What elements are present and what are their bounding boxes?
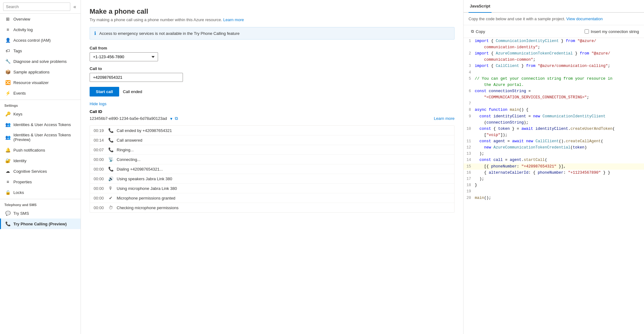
line-number [464,57,475,57]
line-number: 14 [464,157,475,163]
sidebar-item-events[interactable]: ⚡ Events [0,88,81,98]
log-message: Using microphone Jabra Link 380 [117,186,450,191]
log-time: 00:00 [94,196,105,200]
sidebar-item-resource-viz[interactable]: 🔀 Resource visualizer [0,77,81,88]
code-line-8: 8 async function main() { [464,107,644,113]
learn-more-link[interactable]: Learn more [223,17,244,22]
log-row: 00:14 📞 Call answered [90,135,454,145]
line-number: 6 [464,88,475,94]
log-icon: 📞 [108,147,114,152]
sidebar-item-identities-preview[interactable]: 👥 Identities & User Access Tokens (Previ… [0,130,81,145]
sidebar-item-label: Sample applications [13,70,49,74]
cognitive-icon: ☁ [5,169,10,174]
log-icon: 🎙 [108,186,114,191]
sample-apps-icon: 📦 [5,69,10,74]
log-icon: 📞 [108,138,114,143]
copy-button[interactable]: ⧉ Copy [469,28,488,35]
sidebar-nav: ⊞ Overview ≡ Activity log 👤 Access contr… [0,14,81,334]
call-id-row: 123456b7-e890-1234-ba5e-6d78a90123ad ▾ ⧉… [90,115,455,122]
code-line-2b: communication-common"; [464,57,644,63]
line-number: 9 [464,113,475,120]
sidebar-item-identity[interactable]: 🔐 Identity [0,155,81,166]
sidebar-item-activity-log[interactable]: ≡ Activity log [0,24,81,35]
code-line-5: 5 // You can get your connection string … [464,76,644,82]
sidebar-item-label: Properties [13,180,32,184]
log-message: Using speakers Jabra Link 380 [117,176,450,181]
log-row: 00:00 ⏱ Checking microphone permissions [90,203,454,212]
call-to-label: Call to [90,66,455,71]
sidebar-item-sample-apps[interactable]: 📦 Sample applications [0,67,81,77]
sidebar-item-identities[interactable]: 👥 Identities & User Access Tokens [0,119,81,130]
line-content: import { CallClient } from "@azure/commu… [475,63,644,69]
line-number: 19 [464,188,475,195]
call-actions: Start call Call ended [90,87,455,96]
sidebar-item-try-phone[interactable]: 📞 Try Phone Calling (Preview) [0,219,81,229]
line-content: const agent = await new CallClient().cre… [475,138,644,144]
line-content: const call = agent.startCall( [475,157,644,163]
sidebar-item-label: Identities & User Access Tokens [13,122,71,127]
log-message: Call ended by +420987654321 [117,128,450,133]
code-panel: JavaScript Copy the code below and use i… [464,0,644,334]
log-row: 00:00 📡 Connecting... [90,155,454,164]
log-message: Microphone permissions granted [117,196,450,200]
log-row: 00:19 📞 Call ended by +420987654321 [90,126,454,135]
sidebar-item-access-control[interactable]: 👤 Access control (IAM) [0,35,81,45]
line-number [464,132,475,132]
line-content: ); [475,151,644,157]
telephony-section-header: Telephony and SMS [0,199,81,208]
sidebar-item-label: Access control (IAM) [13,38,51,43]
view-docs-link[interactable]: View documentation [566,16,603,21]
line-number [464,94,475,95]
call-id-section: Call ID 123456b7-e890-1234-ba5e-6d78a901… [90,109,455,122]
sidebar-item-label: Events [13,91,26,96]
start-call-button[interactable]: Start call [90,87,119,96]
code-block: 1 import { CommunicationIdentityClient }… [464,38,644,334]
identities-preview-icon: 👥 [5,135,10,140]
code-tabs: JavaScript [464,0,644,13]
code-line-19: 19 [464,188,644,195]
line-content: [{ phoneNumber: "+420987654321" }], [475,163,644,170]
page-title: Make a phone call [90,7,455,16]
tab-javascript[interactable]: JavaScript [469,0,492,13]
line-content: ); [475,176,644,182]
call-id-learn-more-link[interactable]: Learn more [434,116,455,121]
sidebar-item-cognitive[interactable]: ☁ Cognitive Services [0,166,81,176]
sidebar-item-label: Try SMS [13,211,29,216]
line-number: 7 [464,101,475,107]
call-id-copy-button[interactable]: ⧉ [174,115,179,122]
insert-connection-string-checkbox[interactable] [585,29,589,34]
hide-logs-link[interactable]: Hide logs [90,101,106,106]
line-number [464,120,475,120]
sidebar-item-diagnose[interactable]: 🔧 Diagnose and solve problems [0,56,81,67]
sidebar-item-properties[interactable]: ≡ Properties [0,176,81,187]
sidebar-item-keys[interactable]: 🔑 Keys [0,109,81,119]
alert-text: Access to emergency services is not avai… [99,31,240,36]
call-id-expand-button[interactable]: ▾ [170,115,173,122]
sidebar-item-label: Activity log [13,27,33,32]
collapse-sidebar-button[interactable]: « [72,3,77,10]
sidebar-item-try-sms[interactable]: 💬 Try SMS [0,208,81,219]
sidebar-item-overview[interactable]: ⊞ Overview [0,14,81,24]
call-to-input[interactable] [90,73,183,82]
sidebar-item-tags[interactable]: 🏷 Tags [0,45,81,56]
line-content: "<COMMUNICATION_SERVICES_CONNECTION_STRI… [475,94,644,101]
line-content: main(); [475,195,644,201]
code-line-1b: communication-identity"; [464,44,644,50]
events-icon: ⚡ [5,91,10,96]
log-time: 00:14 [94,138,105,143]
line-content: ["voip"]); [475,132,644,138]
line-number: 8 [464,107,475,113]
search-input[interactable] [3,2,70,11]
code-line-4: 4 [464,69,644,76]
line-content: const connectionString = [475,88,644,94]
properties-icon: ≡ [5,179,10,184]
alert-box: ℹ Access to emergency services is not av… [90,27,455,40]
sidebar: « ⊞ Overview ≡ Activity log 👤 Access con… [0,0,81,334]
line-number: 18 [464,182,475,188]
settings-section-header: Settings [0,100,81,109]
sidebar-item-locks[interactable]: 🔒 Locks [0,187,81,198]
sidebar-item-push-notifications[interactable]: 🔔 Push notifications [0,145,81,155]
line-content: const identityClient = new Communication… [475,113,644,120]
log-row: 00:00 📞 Dialing +420987654321... [90,164,454,174]
call-from-select[interactable]: +1-123-456-7890 [90,52,158,61]
